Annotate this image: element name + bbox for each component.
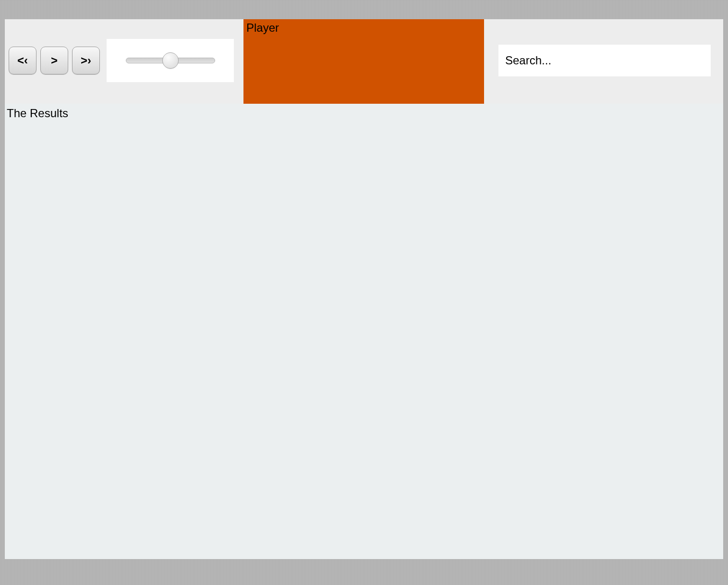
top-toolbar: <‹ > >› Player	[5, 19, 723, 104]
play-button[interactable]: >	[40, 47, 68, 74]
previous-button[interactable]: <‹	[9, 47, 36, 74]
results-heading: The Results	[7, 107, 68, 120]
player-panel: Player	[243, 19, 484, 104]
volume-slider-thumb[interactable]	[162, 52, 179, 69]
search-input[interactable]	[498, 45, 711, 76]
next-button[interactable]: >›	[72, 47, 100, 74]
app-window: <‹ > >› Player The Results	[5, 19, 723, 559]
playback-controls: <‹ > >›	[5, 19, 243, 82]
search-area	[484, 19, 723, 76]
volume-control	[107, 39, 234, 82]
results-panel: The Results	[5, 104, 723, 559]
playback-controls-row: <‹ > >›	[7, 39, 243, 82]
player-title: Player	[246, 21, 279, 34]
volume-slider-track[interactable]	[126, 58, 215, 63]
